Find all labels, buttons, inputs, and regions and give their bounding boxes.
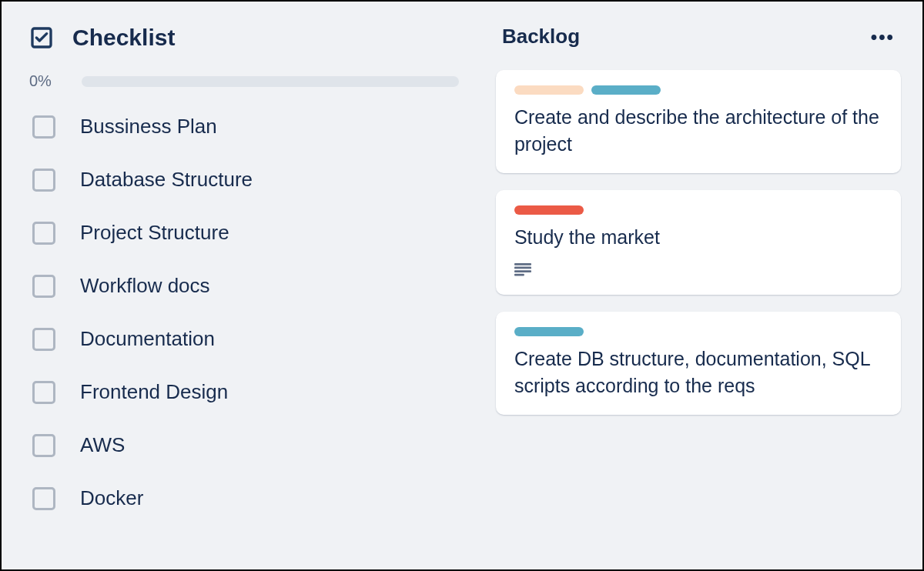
card-tag[interactable] bbox=[514, 327, 584, 336]
checklist-item[interactable]: Project Structure bbox=[32, 221, 459, 245]
checklist-item[interactable]: Docker bbox=[32, 486, 459, 510]
main-container: Checklist 0% Bussiness Plan Database Str… bbox=[0, 0, 924, 571]
description-icon bbox=[514, 263, 531, 277]
checklist-item[interactable]: AWS bbox=[32, 433, 459, 457]
checklist-item-label[interactable]: Database Structure bbox=[80, 168, 253, 192]
checklist-item-label[interactable]: AWS bbox=[80, 433, 125, 457]
checkbox[interactable] bbox=[32, 222, 55, 245]
checkbox[interactable] bbox=[32, 115, 55, 139]
checkbox[interactable] bbox=[32, 169, 55, 192]
card-title: Create and describe the architecture of … bbox=[514, 104, 882, 158]
card-tag[interactable] bbox=[514, 85, 584, 95]
backlog-title: Backlog bbox=[502, 25, 580, 48]
checklist-panel: Checklist 0% Bussiness Plan Database Str… bbox=[2, 2, 480, 569]
checklist-item[interactable]: Database Structure bbox=[32, 168, 459, 192]
checklist-item-label[interactable]: Workflow docs bbox=[80, 274, 210, 298]
card-tag[interactable] bbox=[514, 205, 584, 215]
checklist-item[interactable]: Bussiness Plan bbox=[32, 115, 459, 139]
checkbox[interactable] bbox=[32, 275, 55, 298]
checklist-item-label[interactable]: Bussiness Plan bbox=[80, 115, 217, 139]
backlog-card[interactable]: Create DB structure, documentation, SQL … bbox=[496, 312, 901, 415]
card-title: Create DB structure, documentation, SQL … bbox=[514, 346, 882, 399]
checklist-item[interactable]: Documentation bbox=[32, 327, 459, 351]
checklist-items: Bussiness Plan Database Structure Projec… bbox=[29, 115, 459, 510]
backlog-card[interactable]: Study the market bbox=[496, 190, 901, 295]
card-tag[interactable] bbox=[591, 85, 661, 95]
card-tags bbox=[514, 205, 882, 215]
card-tags bbox=[514, 327, 882, 336]
svg-rect-3 bbox=[514, 270, 531, 272]
backlog-cards: Create and describe the architecture of … bbox=[496, 70, 901, 415]
checkbox[interactable] bbox=[32, 328, 55, 351]
checkbox[interactable] bbox=[32, 381, 55, 404]
svg-rect-1 bbox=[514, 263, 531, 265]
backlog-panel: Backlog ••• Create and describe the arch… bbox=[480, 2, 922, 569]
checklist-item[interactable]: Frontend Design bbox=[32, 380, 459, 404]
checkbox[interactable] bbox=[32, 434, 55, 457]
checklist-item-label[interactable]: Frontend Design bbox=[80, 380, 228, 404]
progress-bar bbox=[82, 76, 459, 87]
more-options-icon[interactable]: ••• bbox=[871, 28, 895, 46]
checklist-item-label[interactable]: Project Structure bbox=[80, 221, 229, 245]
progress-percent: 0% bbox=[29, 72, 63, 90]
checklist-title: Checklist bbox=[72, 25, 175, 51]
svg-rect-2 bbox=[514, 267, 531, 269]
card-icons bbox=[514, 263, 882, 279]
progress-row: 0% bbox=[29, 72, 459, 90]
checklist-header: Checklist bbox=[29, 25, 459, 51]
checkbox[interactable] bbox=[32, 487, 55, 510]
backlog-card[interactable]: Create and describe the architecture of … bbox=[496, 70, 901, 173]
svg-rect-4 bbox=[514, 274, 524, 276]
checklist-item[interactable]: Workflow docs bbox=[32, 274, 459, 298]
backlog-header: Backlog ••• bbox=[496, 25, 901, 48]
card-title: Study the market bbox=[514, 224, 882, 251]
card-tags bbox=[514, 85, 882, 95]
checklist-item-label[interactable]: Documentation bbox=[80, 327, 215, 351]
checklist-icon bbox=[29, 25, 54, 50]
checklist-item-label[interactable]: Docker bbox=[80, 486, 143, 510]
